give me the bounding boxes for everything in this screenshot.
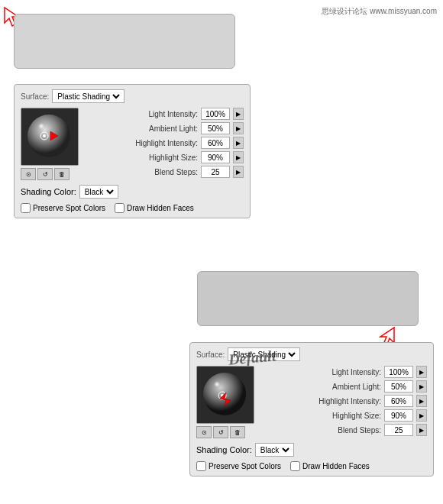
setting-value-bottom-1: 50% <box>384 380 413 393</box>
shading-label-bottom: Shading Color: <box>196 445 252 454</box>
panel-bottom-content: ⊙ ↺ 🗑 Light Intensity: 100% ▶ Ambient Li… <box>196 366 427 438</box>
settings-area: Light Intensity: 100% ▶ Ambient Light: 5… <box>88 108 244 180</box>
setting-row-4: Blend Steps: 25 ▶ <box>88 166 244 178</box>
setting-label-bottom-1: Ambient Light: <box>332 383 381 391</box>
sphere-btn-bottom-2[interactable]: ↺ <box>213 426 228 438</box>
checkbox-preserve-spot-label: Preserve Spot Colors <box>33 204 105 212</box>
top-preview-box <box>14 14 235 69</box>
sphere-btn-bottom-1[interactable]: ⊙ <box>196 426 212 438</box>
setting-value-1: 50% <box>201 122 230 134</box>
setting-row-0: Light Intensity: 100% ▶ <box>88 108 244 120</box>
setting-label-bottom-2: Highlight Intensity: <box>319 397 381 405</box>
setting-row-bottom-0: Light Intensity: 100% ▶ <box>264 366 427 378</box>
setting-arrow-bottom-4[interactable]: ▶ <box>416 424 427 436</box>
setting-value-0: 100% <box>201 108 230 120</box>
setting-row-bottom-4: Blend Steps: 25 ▶ <box>264 424 427 436</box>
setting-arrow-bottom-1[interactable]: ▶ <box>416 380 427 393</box>
surface-select-input[interactable]: Plastic Shading <box>54 92 122 102</box>
panel-content: ⊙ ↺ 🗑 Light Intensity: 100% ▶ Ambient Li… <box>21 108 244 180</box>
panel-bottom-title-row: Surface: Plastic Shading Default <box>196 347 427 361</box>
svg-point-2 <box>27 115 70 157</box>
setting-arrow-bottom-2[interactable]: ▶ <box>416 395 427 407</box>
setting-label-0: Light Intensity: <box>149 110 198 118</box>
shading-select-input[interactable]: Black <box>82 187 116 197</box>
panel-title-row: Surface: Plastic Shading <box>21 89 244 103</box>
setting-row-bottom-3: Highlight Size: 90% ▶ <box>264 409 427 422</box>
sphere-area: ⊙ ↺ 🗑 <box>21 108 82 180</box>
checkbox-preserve-spot-bottom-input[interactable] <box>196 461 206 471</box>
checkbox-draw-hidden-bottom-input[interactable] <box>290 461 300 471</box>
surface-label-bottom: Surface: <box>196 351 225 359</box>
panel-bottom: Surface: Plastic Shading Default <box>189 342 434 477</box>
watermark: 思绿设计论坛 www.missyuan.com <box>322 6 437 17</box>
setting-arrow-bottom-3[interactable]: ▶ <box>416 409 427 422</box>
setting-label-4: Blend Steps: <box>154 168 198 176</box>
settings-area-bottom: Light Intensity: 100% ▶ Ambient Light: 5… <box>264 366 427 438</box>
bottom-preview-box <box>197 271 419 326</box>
setting-row-bottom-1: Ambient Light: 50% ▶ <box>264 380 427 393</box>
checkbox-row: Preserve Spot Colors Draw Hidden Faces <box>21 203 244 213</box>
checkbox-draw-hidden-input[interactable] <box>115 203 124 213</box>
shading-select-bottom-input[interactable]: Black <box>257 445 292 455</box>
svg-point-5 <box>43 134 46 137</box>
setting-value-3: 90% <box>201 151 230 163</box>
svg-point-10 <box>212 380 225 393</box>
setting-label-bottom-0: Light Intensity: <box>332 368 381 376</box>
panel-top: Surface: Plastic Shading <box>14 84 251 218</box>
sphere-preview <box>21 108 79 166</box>
setting-label-3: Highlight Size: <box>149 153 198 162</box>
checkbox-preserve-spot-bottom[interactable]: Preserve Spot Colors <box>196 461 281 471</box>
checkbox-row-bottom: Preserve Spot Colors Draw Hidden Faces <box>196 461 427 471</box>
setting-value-bottom-0: 100% <box>384 366 413 378</box>
sphere-area-bottom: ⊙ ↺ 🗑 <box>196 366 257 438</box>
setting-value-2: 60% <box>201 137 230 149</box>
checkbox-preserve-spot[interactable]: Preserve Spot Colors <box>21 203 105 213</box>
surface-select[interactable]: Plastic Shading <box>52 89 124 103</box>
setting-arrow-0[interactable]: ▶ <box>233 108 244 120</box>
setting-value-bottom-4: 25 <box>384 424 413 436</box>
surface-select-bottom-input[interactable]: Plastic Shading <box>230 350 298 360</box>
setting-arrow-1[interactable]: ▶ <box>233 122 244 134</box>
setting-row-2: Highlight Intensity: 60% ▶ <box>88 137 244 149</box>
sphere-btn-bottom-3[interactable]: 🗑 <box>230 426 245 438</box>
sphere-btn-2[interactable]: ↺ <box>37 168 53 180</box>
surface-label: Surface: <box>21 92 49 101</box>
setting-label-bottom-4: Blend Steps: <box>338 426 381 435</box>
sphere-preview-bottom <box>196 366 254 424</box>
checkbox-preserve-spot-bottom-label: Preserve Spot Colors <box>209 462 281 470</box>
setting-value-bottom-2: 60% <box>384 395 413 407</box>
sphere-btn-3[interactable]: 🗑 <box>54 168 70 180</box>
setting-row-3: Highlight Size: 90% ▶ <box>88 151 244 163</box>
shading-select[interactable]: Black <box>79 185 118 199</box>
sphere-btn-1[interactable]: ⊙ <box>21 168 36 180</box>
setting-label-2: Highlight Intensity: <box>135 139 198 147</box>
checkbox-draw-hidden-bottom-label: Draw Hidden Faces <box>302 462 370 470</box>
setting-arrow-3[interactable]: ▶ <box>233 151 244 163</box>
shading-color-row: Shading Color: Black <box>21 185 244 199</box>
setting-arrow-2[interactable]: ▶ <box>233 137 244 149</box>
setting-label-bottom-3: Highlight Size: <box>332 412 381 420</box>
setting-value-bottom-3: 90% <box>384 409 413 422</box>
shading-color-row-bottom: Shading Color: Black <box>196 443 427 457</box>
checkbox-draw-hidden-bottom[interactable]: Draw Hidden Faces <box>290 461 370 471</box>
checkbox-draw-hidden-label: Draw Hidden Faces <box>127 204 194 212</box>
checkbox-preserve-spot-input[interactable] <box>21 203 31 213</box>
setting-row-bottom-2: Highlight Intensity: 60% ▶ <box>264 395 427 407</box>
shading-select-bottom[interactable]: Black <box>255 443 294 457</box>
setting-label-1: Ambient Light: <box>149 124 198 133</box>
shading-label: Shading Color: <box>21 187 76 196</box>
surface-select-bottom[interactable]: Plastic Shading <box>228 347 300 361</box>
checkbox-draw-hidden[interactable]: Draw Hidden Faces <box>115 203 194 213</box>
sphere-toolbar: ⊙ ↺ 🗑 <box>21 168 82 180</box>
setting-arrow-4[interactable]: ▶ <box>233 166 244 178</box>
setting-value-4: 25 <box>201 166 230 178</box>
sphere-toolbar-bottom: ⊙ ↺ 🗑 <box>196 426 257 438</box>
setting-arrow-bottom-0[interactable]: ▶ <box>416 366 427 378</box>
setting-row-1: Ambient Light: 50% ▶ <box>88 122 244 134</box>
